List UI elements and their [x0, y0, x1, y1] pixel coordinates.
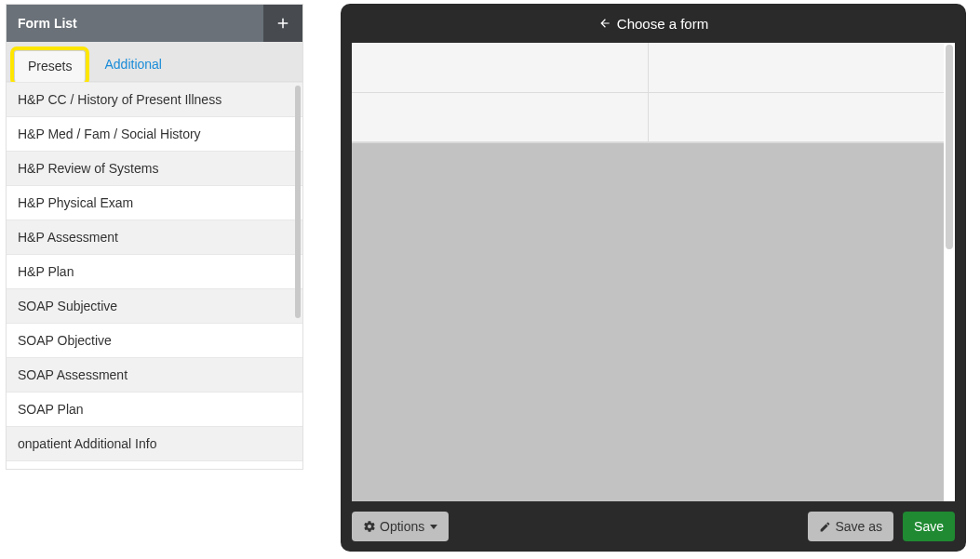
form-editor-panel: Choose a form Options	[341, 4, 966, 552]
form-list-title: Form List	[7, 5, 263, 42]
list-item[interactable]: H&P Review of Systems	[7, 152, 302, 186]
editor-canvas[interactable]	[352, 43, 944, 501]
list-item[interactable]: H&P CC / History of Present Illness	[7, 83, 302, 117]
form-list-header: Form List	[7, 5, 302, 42]
table-cell[interactable]	[649, 93, 945, 142]
form-list-panel: Form List Presets Additional H&P CC / Hi…	[6, 4, 303, 470]
editor-footer: Options Save as Save	[341, 501, 966, 552]
options-label: Options	[380, 519, 424, 534]
gear-icon	[363, 520, 376, 533]
list-item[interactable]: SOAP Subjective	[7, 289, 302, 324]
options-button[interactable]: Options	[352, 512, 449, 541]
save-as-label: Save as	[835, 519, 882, 534]
footer-right-group: Save as Save	[808, 512, 955, 541]
list-item[interactable]: SOAP Objective	[7, 324, 302, 358]
save-as-button[interactable]: Save as	[808, 512, 893, 541]
list-item[interactable]: onpatient Additional Info	[7, 427, 302, 461]
table-cell[interactable]	[352, 43, 649, 93]
form-list-scrollbar[interactable]	[293, 82, 302, 469]
scrollbar-thumb[interactable]	[295, 86, 301, 318]
editor-scrollbar[interactable]	[944, 43, 955, 501]
list-item[interactable]: SOAP Assessment	[7, 358, 302, 393]
tab-presets[interactable]: Presets	[14, 50, 86, 82]
save-button[interactable]: Save	[903, 512, 955, 541]
list-item[interactable]: H&P Physical Exam	[7, 186, 302, 220]
save-label: Save	[914, 519, 944, 534]
table-row	[352, 93, 944, 143]
editor-canvas-wrap	[341, 43, 966, 501]
add-form-button[interactable]	[263, 5, 302, 42]
plus-icon	[275, 15, 291, 32]
form-list-tabs: Presets Additional	[7, 42, 302, 82]
chevron-down-icon	[430, 525, 437, 529]
form-list-scroll-area: H&P CC / History of Present Illness H&P …	[7, 82, 302, 469]
pencil-icon	[819, 521, 831, 533]
list-item[interactable]: H&P Plan	[7, 255, 302, 289]
table-cell[interactable]	[649, 43, 945, 93]
choose-form-link[interactable]: Choose a form	[341, 4, 966, 43]
list-item[interactable]: H&P Med / Fam / Social History	[7, 117, 302, 152]
table-cell[interactable]	[352, 93, 649, 142]
list-item[interactable]: SOAP Plan	[7, 393, 302, 427]
table-row	[352, 43, 944, 93]
list-item[interactable]: H&P Assessment	[7, 220, 302, 255]
arrow-left-icon	[598, 17, 611, 30]
form-list: H&P CC / History of Present Illness H&P …	[7, 82, 302, 461]
choose-form-label: Choose a form	[617, 16, 708, 32]
tab-additional[interactable]: Additional	[91, 49, 175, 81]
scrollbar-thumb[interactable]	[946, 45, 953, 249]
